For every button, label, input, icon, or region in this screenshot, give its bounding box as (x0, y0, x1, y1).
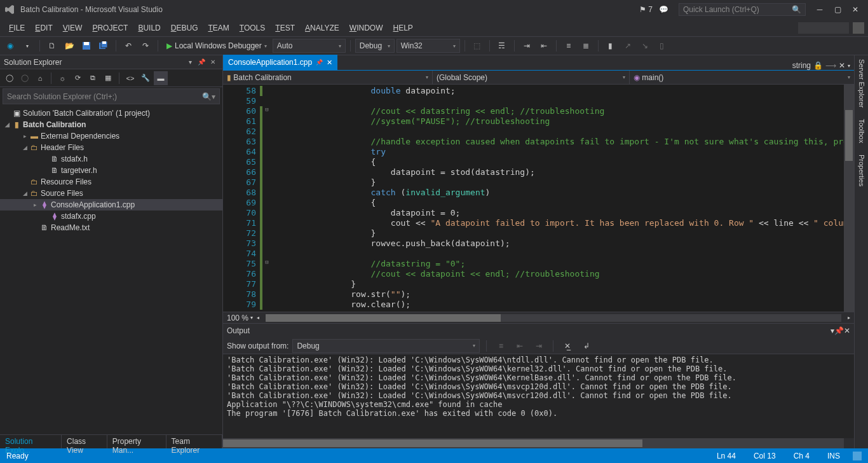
save-all-icon[interactable] (96, 38, 111, 53)
notification-flag[interactable]: ⚑7 (639, 5, 653, 14)
panel-close-icon[interactable]: ✕ (844, 326, 850, 335)
user-avatar[interactable] (853, 22, 864, 34)
redo-icon[interactable]: ↷ (138, 38, 153, 53)
build-config-dropdown[interactable]: Debug▾ (355, 39, 395, 53)
user-badge[interactable] (798, 22, 849, 34)
nav-scope-dropdown[interactable]: (Global Scope)▾ (433, 71, 630, 84)
panel-pin-icon[interactable]: 📌 (834, 326, 844, 335)
tree-ext-deps[interactable]: ▸▬External Dependencies (0, 130, 222, 142)
panel-close-icon[interactable]: ✕ (207, 57, 219, 68)
feedback-icon[interactable]: 💬 (659, 5, 668, 14)
bookmark-icon[interactable]: ▮ (603, 38, 618, 53)
se-showall-icon[interactable]: ▦ (101, 71, 115, 85)
se-properties-icon[interactable]: 🔧 (139, 71, 153, 85)
rail-tab[interactable]: Properties (858, 155, 865, 186)
tb-icon-1[interactable]: ⬚ (470, 38, 485, 53)
tree-console-app[interactable]: ▸⧫ConsoleApplication1.cpp (0, 199, 222, 211)
solution-config-dropdown[interactable]: Auto▾ (273, 39, 346, 53)
txt-file-icon: 🗎 (39, 223, 50, 232)
tb-icon-4[interactable]: ⇤ (536, 38, 552, 53)
rail-tab[interactable]: Server Explorer (858, 59, 865, 107)
bottom-tab[interactable]: Class View (62, 435, 107, 448)
code-editor[interactable]: 5859606162636465666768697071727374757677… (223, 85, 854, 312)
out-icon-3[interactable]: ⇥ (531, 338, 546, 354)
tree-targetver-h[interactable]: 🗎targetver.h (0, 165, 222, 176)
tb-icon-8[interactable]: ↘ (637, 38, 653, 53)
code-body[interactable]: double datapoint; //cout << datastring <… (271, 85, 844, 312)
nav-member-dropdown[interactable]: ◉ main()▾ (630, 71, 854, 84)
file-tab-active[interactable]: ConsoleApplication1.cpp 📌 ✕ (223, 55, 337, 70)
tb-icon-6[interactable]: ≣ (578, 38, 593, 53)
tree-resource-files[interactable]: 🗀Resource Files (0, 176, 222, 188)
panel-pin-icon[interactable]: 📌 (196, 57, 207, 68)
save-icon[interactable] (79, 38, 94, 53)
outline-margin[interactable]: ⊟⊟ (262, 85, 271, 312)
se-home-icon[interactable]: ⌂ (33, 71, 47, 85)
nav-fwd-icon[interactable]: ▾ (20, 38, 35, 53)
tb-icon-2[interactable]: ☴ (494, 38, 510, 53)
tb-icon-5[interactable]: ≡ (561, 38, 576, 53)
se-sync-icon[interactable]: ☼ (55, 71, 69, 85)
start-debugging-button[interactable]: ▶ Local Windows Debugger ▾ (163, 39, 271, 53)
menu-team[interactable]: TEAM (203, 22, 234, 34)
output-source-dropdown[interactable]: Debug▾ (292, 339, 480, 353)
new-project-icon[interactable]: 🗋 (44, 38, 60, 53)
tree-solution[interactable]: ▣Solution 'Batch Calibration' (1 project… (0, 107, 222, 119)
open-file-icon[interactable]: 📂 (62, 38, 77, 53)
platform-dropdown[interactable]: Win32▾ (397, 39, 460, 53)
minimize-button[interactable]: ─ (811, 3, 829, 17)
close-button[interactable]: ✕ (846, 3, 864, 17)
solution-search[interactable]: Search Solution Explorer (Ctrl+;) 🔍▾ (3, 88, 220, 104)
se-refresh-icon[interactable]: ⟳ (71, 71, 85, 85)
menu-debug[interactable]: DEBUG (166, 22, 203, 34)
se-preview-icon[interactable]: ▬ (154, 71, 168, 85)
output-hscroll[interactable] (223, 438, 844, 448)
menu-build[interactable]: BUILD (133, 22, 165, 34)
tree-project[interactable]: ◢▮Batch Calibration (0, 119, 222, 130)
menu-file[interactable]: FILE (4, 22, 30, 34)
panel-dropdown-icon[interactable]: ▾ (184, 57, 196, 68)
nav-project-dropdown[interactable]: ▮ Batch Calibration▾ (223, 71, 433, 84)
menu-view[interactable]: VIEW (58, 22, 88, 34)
menu-edit[interactable]: EDIT (30, 22, 57, 34)
lock-icon: 🔒 (813, 61, 823, 70)
tb-icon-9[interactable]: ▯ (654, 38, 670, 53)
vertical-scrollbar[interactable] (844, 85, 854, 312)
output-text[interactable]: 'Batch Calibration.exe' (Win32): Loaded … (223, 354, 854, 438)
tree-header-files[interactable]: ◢🗀Header Files (0, 142, 222, 153)
tree-readme[interactable]: 🗎ReadMe.txt (0, 222, 222, 233)
bottom-tab[interactable]: Team Explorer (166, 435, 222, 448)
out-clear-icon[interactable]: ✕̲ (560, 338, 575, 354)
horizontal-scrollbar[interactable] (266, 314, 841, 322)
menu-project[interactable]: PROJECT (87, 22, 133, 34)
tree-stdafx-cpp[interactable]: ⧫stdafx.cpp (0, 211, 222, 222)
quick-launch[interactable]: Quick Launch (Ctrl+Q) 🔍 (679, 3, 806, 16)
undo-icon[interactable]: ↶ (121, 38, 136, 53)
menu-tools[interactable]: TOOLS (234, 22, 270, 34)
se-back-icon[interactable]: ◯ (3, 71, 17, 85)
se-fwd-icon[interactable]: ◯ (18, 71, 32, 85)
tree-stdafx-h[interactable]: 🗎stdafx.h (0, 153, 222, 165)
bottom-tab[interactable]: Property Man... (107, 435, 166, 448)
resize-grip-icon[interactable] (853, 452, 862, 460)
pin-icon[interactable]: 📌 (316, 59, 323, 66)
nav-back-icon[interactable]: ◉ (3, 38, 18, 53)
menu-test[interactable]: TEST (270, 22, 300, 34)
se-collapse-icon[interactable]: ⧉ (86, 71, 100, 85)
menu-analyze[interactable]: ANALYZE (300, 22, 344, 34)
zoom-level[interactable]: 100 % (227, 314, 248, 322)
bottom-tab[interactable]: Solution Explo... (0, 435, 62, 448)
maximize-button[interactable]: ▢ (829, 3, 846, 17)
out-icon-2[interactable]: ⇤ (512, 338, 527, 354)
out-icon-1[interactable]: ≡ (493, 338, 508, 354)
tab-close-icon[interactable]: ✕ (327, 59, 332, 67)
tb-icon-3[interactable]: ⇥ (519, 38, 534, 53)
preview-tab[interactable]: string🔒⟶✕▾ (789, 61, 854, 70)
menu-help[interactable]: HELP (388, 22, 417, 34)
tree-source-files[interactable]: ◢🗀Source Files (0, 188, 222, 199)
menu-window[interactable]: WINDOW (344, 22, 388, 34)
se-code-icon[interactable]: <> (123, 71, 137, 85)
out-wrap-icon[interactable]: ↲ (579, 338, 594, 354)
rail-tab[interactable]: Toolbox (858, 119, 865, 143)
tb-icon-7[interactable]: ↗ (620, 38, 635, 53)
